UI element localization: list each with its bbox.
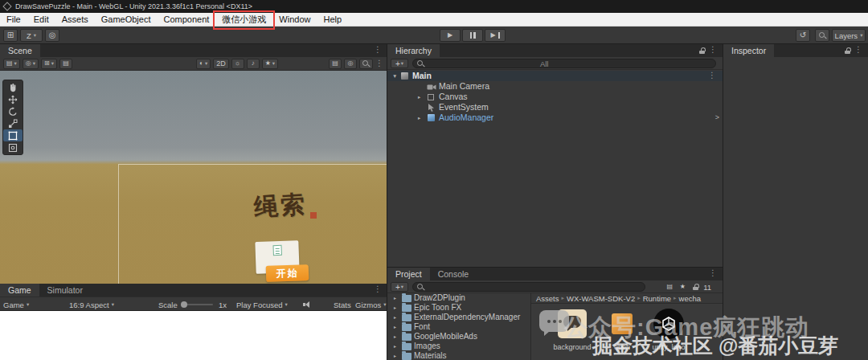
menu-assets[interactable]: Assets [55, 13, 95, 27]
expand-arrow-icon[interactable]: ▸ [418, 92, 420, 102]
breadcrumb-wechat[interactable]: wecha [679, 294, 701, 303]
breadcrumb-sdk[interactable]: WX-WASM-SDK-V2 [567, 294, 635, 303]
hierarchy-item-main[interactable]: ▼ Main ⋮ [387, 71, 723, 81]
hierarchy-item-canvas[interactable]: ▸ Canvas [387, 92, 723, 102]
menu-help[interactable]: Help [317, 13, 348, 27]
layers-dropdown[interactable]: Layers▾ [832, 29, 866, 42]
play-focused-dropdown[interactable]: Play Focused▾ [236, 297, 288, 312]
play-button[interactable]: ▶ [440, 29, 461, 42]
lighting-toggle[interactable]: ☼ [231, 59, 244, 69]
hierarchy-pane-menu-icon[interactable]: ⋮ [709, 46, 717, 54]
gizmos-dropdown[interactable]: Gizmos▾ [355, 297, 386, 312]
inspector-lock-icon[interactable] [845, 47, 850, 54]
menu-wechat-minigame[interactable]: 微信小游戏 [215, 13, 272, 27]
hierarchy-lock-icon[interactable] [699, 47, 705, 54]
scene-search-button[interactable] [359, 59, 373, 69]
game-pane-menu-icon[interactable]: ⋮ [374, 285, 382, 293]
breadcrumb-runtime[interactable]: Runtime [643, 294, 671, 303]
inspector-pane-menu-icon[interactable]: ⋮ [854, 46, 862, 54]
camera-settings-button[interactable]: ◎ [344, 59, 357, 69]
pause-button[interactable] [462, 29, 483, 42]
tab-hierarchy[interactable]: Hierarchy [387, 44, 440, 57]
shading-mode-dropdown[interactable]: ◐▾ [196, 59, 211, 69]
folder-row-epic-toon-fx[interactable]: ▸Epic Toon FX [387, 303, 530, 313]
scale-slider-knob[interactable] [181, 301, 187, 308]
rotate-tool-button[interactable] [3, 105, 23, 117]
scene-toolbar-menu-icon[interactable]: ⋮ [375, 59, 383, 68]
folder-row-draw2dplugin[interactable]: ▸Draw2DPlugin [387, 293, 530, 303]
2d-toggle[interactable]: 2D [213, 59, 229, 69]
tool-settings-dropdown[interactable]: ▤▾ [3, 59, 20, 69]
aspect-ratio-dropdown[interactable]: 16:9 Aspect▾ [69, 297, 114, 312]
prefab-open-arrow-icon[interactable]: > [715, 112, 719, 123]
project-pane-menu-icon[interactable]: ⋮ [709, 269, 717, 277]
game-tabstrip: Game Simulator ⋮ [0, 284, 387, 297]
hierarchy-item-audiomanager[interactable]: ▸ AudioManager > [387, 112, 723, 123]
play-focused-label: Play Focused [236, 301, 283, 309]
folder-row-materials[interactable]: ▸Materials [387, 351, 530, 360]
view-tool-button[interactable] [3, 81, 23, 93]
expand-arrow-icon[interactable]: ▸ [418, 112, 420, 123]
folder-row-googlemobileads[interactable]: ▸GoogleMobileAds [387, 332, 530, 342]
expand-arrow-icon[interactable]: ▸ [394, 342, 396, 351]
expand-arrow-icon[interactable]: ▸ [394, 322, 396, 332]
create-object-button[interactable]: +▾ [391, 59, 408, 68]
menu-edit[interactable]: Edit [27, 13, 55, 27]
z-tool-dropdown[interactable]: Z▾ [20, 29, 43, 42]
mute-audio-toggle[interactable] [303, 297, 311, 312]
folder-row-externaldependencymanager[interactable]: ▸ExternalDependencyManager [387, 313, 530, 322]
expand-arrow-icon[interactable]: ▸ [394, 303, 396, 313]
start-button[interactable]: 开始 [266, 264, 309, 282]
expand-arrow-icon[interactable]: ▸ [394, 313, 396, 322]
scene-pane-menu-icon[interactable]: ⋮ [374, 46, 382, 54]
scene-viewport[interactable]: 绳索 开始 [0, 71, 387, 284]
move-tool-button[interactable] [3, 93, 23, 105]
breadcrumb-assets[interactable]: Assets [536, 294, 559, 303]
folder-row-font[interactable]: ▸Font [387, 322, 530, 332]
snap-settings-dropdown[interactable]: ◎▾ [23, 59, 39, 69]
visibility-icon: ▤ [332, 60, 338, 67]
tab-scene[interactable]: Scene [0, 44, 40, 57]
tab-console[interactable]: Console [430, 268, 477, 280]
hierarchy-item-eventsystem[interactable]: EventSystem [387, 102, 723, 112]
stats-toggle[interactable]: Stats [334, 297, 351, 312]
create-asset-button[interactable]: +▾ [391, 282, 408, 292]
tab-game[interactable]: Game [0, 284, 39, 297]
expand-arrow-icon[interactable]: ▼ [392, 71, 397, 81]
overlay-toggle-button[interactable]: ▤ [59, 59, 72, 69]
global-search-button[interactable] [815, 29, 829, 42]
hierarchy-search-input[interactable]: All [412, 59, 716, 68]
scale-slider[interactable] [181, 304, 213, 305]
folder-row-images[interactable]: ▸Images [387, 342, 530, 351]
caret-down-icon: ▾ [205, 61, 207, 67]
hidden-packages-lock-icon[interactable] [693, 284, 698, 290]
step-button[interactable]: ▶ [485, 29, 506, 42]
scene-options-icon[interactable]: ⋮ [708, 72, 716, 80]
scale-tool-button[interactable] [3, 117, 23, 129]
game-display-dropdown[interactable]: Game▾ [3, 297, 29, 312]
menu-window[interactable]: Window [272, 13, 317, 27]
favorites-icon[interactable]: ★ [680, 284, 686, 290]
tab-project[interactable]: Project [387, 268, 430, 280]
pivot-toggle-button[interactable]: ◎ [45, 29, 59, 42]
tab-simulator[interactable]: Simulator [39, 284, 91, 297]
grid-visibility-dropdown[interactable]: ⊞▾ [41, 59, 57, 69]
transform-tool-button[interactable] [3, 141, 23, 153]
menu-component[interactable]: Component [157, 13, 215, 27]
expand-arrow-icon[interactable]: ▸ [394, 351, 396, 360]
breadcrumb-separator-icon: ▸ [562, 295, 565, 301]
grid-settings-button[interactable]: ⊞ [3, 29, 18, 42]
project-search-input[interactable] [412, 282, 645, 292]
menu-gameobject[interactable]: GameObject [95, 13, 158, 27]
undo-history-button[interactable]: ↺ [796, 29, 810, 42]
hierarchy-item-main-camera[interactable]: Main Camera [387, 81, 723, 92]
hidden-objects-toggle[interactable]: ▤ [329, 59, 342, 69]
audio-toggle[interactable]: ♪ [247, 59, 260, 69]
expand-arrow-icon[interactable]: ▸ [394, 293, 396, 303]
expand-arrow-icon[interactable]: ▸ [394, 332, 396, 342]
search-by-type-icon[interactable]: ▤ [666, 284, 673, 290]
rect-tool-button[interactable] [3, 129, 23, 141]
menu-file[interactable]: File [0, 13, 27, 27]
effects-dropdown[interactable]: ★▾ [262, 59, 278, 69]
tab-inspector[interactable]: Inspector [723, 44, 774, 57]
